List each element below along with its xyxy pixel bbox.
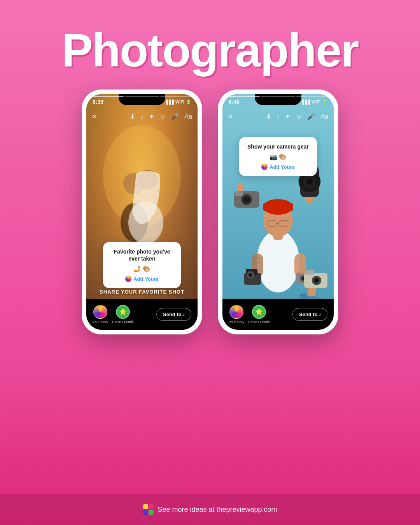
phone-1-toolbar-right: ⬇ ♪ ✦ ☺ 🎤 Aa xyxy=(130,113,192,120)
phone-2-toolbar-right: ⬇ ♪ ✦ ☺ 🎤 Aa xyxy=(266,113,328,120)
photographer-svg xyxy=(222,94,334,330)
send-to-arrow-1: › xyxy=(183,312,185,317)
wifi-icon: WiFi xyxy=(175,100,184,104)
phone-1-content: Favorite photo you've ever taken 🤳 🎨 Add… xyxy=(86,94,198,330)
progress-bar-1 xyxy=(89,96,124,97)
add-yours-label-2: Add Yours xyxy=(270,164,295,170)
your-story-button-1[interactable]: Your story xyxy=(93,305,108,324)
your-story-label-2: Your story xyxy=(229,320,244,324)
phone-2-toolbar: ✕ ⬇ ♪ ✦ ☺ 🎤 Aa xyxy=(222,110,334,122)
logo-q4 xyxy=(149,510,154,515)
phone-1-screen: Favorite photo you've ever taken 🤳 🎨 Add… xyxy=(86,94,198,330)
mute-icon[interactable]: 🎤 xyxy=(171,113,179,120)
svg-point-35 xyxy=(243,196,250,203)
send-to-label-1: Send to xyxy=(163,312,182,317)
phone-2-add-yours-button[interactable]: Add Yours xyxy=(247,164,309,170)
your-story-label-1: Your story xyxy=(93,320,108,324)
music-icon[interactable]: ♪ xyxy=(140,113,144,120)
logo-q2 xyxy=(149,504,154,509)
send-to-button-2[interactable]: Send to › xyxy=(292,308,327,321)
close-friends-label-1: Close Friends xyxy=(112,320,134,324)
phone-2-add-yours-card: Show your camera gear 📷 🎨 Add Yours xyxy=(239,137,317,176)
close-icon-2[interactable]: ✕ xyxy=(228,113,233,120)
wedding-couple xyxy=(86,114,198,246)
svg-point-21 xyxy=(248,273,252,277)
phone-2-bottom-bar: Your story ⭐ Close Friends Send to › xyxy=(222,299,334,330)
signal-icon: ▐▐▐ xyxy=(164,100,173,104)
phone-2-status-icons: ▐▐▐ WiFi 🔋 xyxy=(301,100,327,105)
emoji-2: 🎨 xyxy=(143,265,150,273)
phone-1-time: 6:39 xyxy=(93,99,103,105)
footer: See more ideas at thepreviewapp.com xyxy=(0,494,420,525)
effects-icon-2[interactable]: ✦ xyxy=(285,113,290,120)
battery-icon: 🔋 xyxy=(186,100,191,105)
phone-2-progress-bars xyxy=(226,96,331,97)
send-to-button-1[interactable]: Send to › xyxy=(156,308,191,321)
close-friends-circle-2: ⭐ xyxy=(252,305,266,319)
your-story-circle-2 xyxy=(229,305,243,319)
text-icon[interactable]: Aa xyxy=(184,113,192,120)
logo-q3 xyxy=(143,510,148,515)
phone-2: Show your camera gear 📷 🎨 Add Yours 6:40… xyxy=(218,89,338,334)
progress-bar-2-2 xyxy=(261,96,295,97)
download-icon[interactable]: ⬇ xyxy=(130,113,135,120)
close-friends-button-1[interactable]: ⭐ Close Friends xyxy=(112,305,134,324)
phone-1-emoji-row: 🤳 🎨 xyxy=(111,265,173,273)
send-to-arrow-2: › xyxy=(319,312,321,317)
svg-point-41 xyxy=(314,278,319,283)
mute-icon-2[interactable]: 🎤 xyxy=(307,113,315,120)
phone-1-card-title: Favorite photo you've ever taken xyxy=(111,248,173,262)
sticker-icon[interactable]: ☺ xyxy=(159,113,166,120)
add-yours-icon-2 xyxy=(261,164,268,170)
phone-1-toolbar: ✕ ⬇ ♪ ✦ ☺ 🎤 Aa xyxy=(86,110,198,122)
svg-rect-36 xyxy=(235,191,243,196)
close-icon[interactable]: ✕ xyxy=(92,113,97,120)
phone-2-screen: Show your camera gear 📷 🎨 Add Yours 6:40… xyxy=(222,94,334,330)
phone-2-story-buttons: Your story ⭐ Close Friends xyxy=(229,305,270,324)
phone-1-progress-bars xyxy=(89,96,194,97)
svg-rect-11 xyxy=(263,203,293,211)
add-yours-icon-1 xyxy=(125,276,131,282)
progress-bar-2 xyxy=(125,96,159,97)
phone-2-time: 6:40 xyxy=(229,99,240,105)
logo-q1 xyxy=(143,504,148,509)
phone-2-emoji-row: 📷 🎨 xyxy=(247,153,309,161)
page-title: Photographer xyxy=(0,23,420,77)
music-icon-2[interactable]: ♪ xyxy=(276,113,280,120)
preview-logo xyxy=(143,504,154,515)
text-icon-2[interactable]: Aa xyxy=(320,113,328,120)
emoji-camera-2: 🎨 xyxy=(279,153,287,161)
your-story-button-2[interactable]: Your story xyxy=(229,305,244,324)
emoji-1: 🤳 xyxy=(133,265,141,273)
phone-1-status-icons: ▐▐▐ WiFi 🔋 xyxy=(164,100,191,105)
emoji-camera-1: 📷 xyxy=(270,153,277,161)
svg-rect-39 xyxy=(306,270,314,275)
phone-1-add-yours-button[interactable]: Add Yours xyxy=(111,276,173,282)
battery-icon-2: 🔋 xyxy=(322,100,327,105)
phone-1: Favorite photo you've ever taken 🤳 🎨 Add… xyxy=(82,89,202,334)
phone-1-story-buttons: Your story ⭐ Close Friends xyxy=(93,305,134,324)
effects-icon[interactable]: ✦ xyxy=(149,113,154,120)
progress-bar-3 xyxy=(160,96,194,97)
wifi-icon-2: WiFi xyxy=(312,100,320,104)
phone-1-add-yours-card: Favorite photo you've ever taken 🤳 🎨 Add… xyxy=(103,242,181,288)
close-friends-label-2: Close Friends xyxy=(248,320,270,324)
phone-2-card-title: Show your camera gear xyxy=(247,143,309,150)
send-to-label-2: Send to xyxy=(299,312,318,317)
close-friends-button-2[interactable]: ⭐ Close Friends xyxy=(248,305,270,324)
download-icon-2[interactable]: ⬇ xyxy=(266,113,271,120)
footer-text: See more ideas at thepreviewapp.com xyxy=(158,506,277,514)
add-yours-label-1: Add Yours xyxy=(133,276,159,282)
phone-1-bottom-bar: Your story ⭐ Close Friends Send to › xyxy=(86,299,198,330)
svg-rect-43 xyxy=(300,294,306,298)
svg-point-31 xyxy=(306,178,313,185)
phones-container: Favorite photo you've ever taken 🤳 🎨 Add… xyxy=(82,89,338,334)
close-friends-circle-1: ⭐ xyxy=(116,305,130,319)
progress-bar-2-3 xyxy=(296,96,331,97)
progress-bar-2-1 xyxy=(226,96,260,97)
phone-2-content: Show your camera gear 📷 🎨 Add Yours xyxy=(222,94,334,330)
phone-1-share-text: SHARE YOUR FAVORITE SHOT xyxy=(86,289,198,295)
your-story-circle-1 xyxy=(93,305,107,319)
sticker-icon-2[interactable]: ☺ xyxy=(296,113,302,120)
signal-icon-2: ▐▐▐ xyxy=(301,100,310,104)
